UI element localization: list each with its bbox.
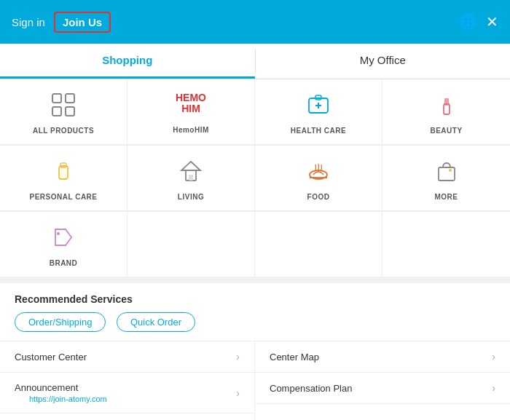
globe-icon[interactable]: 🌐 (459, 13, 477, 31)
faq-link[interactable]: FAQ › (0, 413, 255, 420)
svg-point-13 (61, 165, 66, 167)
svg-rect-1 (66, 94, 74, 103)
product-grid-row3: BRAND (0, 212, 510, 283)
empty-cell-1 (128, 212, 255, 277)
product-hemohim[interactable]: HEMOHIM HemoHIM (128, 79, 255, 145)
svg-rect-19 (439, 167, 455, 181)
all-products-icon (51, 92, 76, 121)
service-buttons: Order/Shipping Quick Order (15, 312, 495, 332)
header-left: Sign in Join Us (12, 12, 111, 33)
personal-care-label: PERSONAL CARE (30, 193, 98, 201)
chevron-icon-2: › (236, 387, 240, 399)
tab-shopping[interactable]: Shopping (0, 44, 255, 79)
food-icon (306, 159, 331, 187)
svg-rect-5 (315, 95, 321, 100)
personal-care-icon (51, 159, 76, 187)
links-right: Center Map › Compensation Plan › (255, 341, 510, 420)
health-care-label: HEALTH CARE (291, 127, 346, 135)
compensation-plan-link[interactable]: Compensation Plan › (255, 373, 510, 404)
order-shipping-button[interactable]: Order/Shipping (15, 312, 106, 332)
links-section: Customer Center › Announcement https://j… (0, 341, 510, 420)
close-icon[interactable]: ✕ (486, 13, 498, 31)
brand-icon (51, 225, 76, 253)
svg-rect-3 (66, 107, 74, 116)
svg-rect-2 (52, 107, 61, 116)
more-label: MORE (435, 193, 458, 201)
more-icon (434, 159, 459, 187)
hemohim-logo: HEMOHIM (176, 92, 206, 115)
product-personal-care[interactable]: PERSONAL CARE (0, 146, 128, 211)
all-products-label: ALL PRODUCTS (33, 127, 94, 135)
header: Sign in Join Us 🌐 ✕ (0, 0, 510, 44)
links-left: Customer Center › Announcement https://j… (0, 341, 255, 420)
svg-marker-14 (181, 162, 200, 170)
customer-center-link[interactable]: Customer Center › (0, 341, 255, 373)
hemohim-label: HemoHIM (173, 126, 209, 134)
product-living[interactable]: LIVING (128, 146, 255, 211)
beauty-label: BEAUTY (430, 127, 462, 135)
food-label: FOOD (307, 193, 330, 201)
sign-in-button[interactable]: Sign in (12, 16, 45, 28)
announcement-link[interactable]: Announcement https://join-atomy.com › (0, 373, 254, 413)
svg-point-20 (449, 169, 452, 172)
svg-rect-16 (189, 175, 193, 181)
living-label: LIVING (178, 193, 204, 201)
product-grid-row2: PERSONAL CARE LIVING FOOD (0, 146, 510, 212)
svg-rect-0 (52, 94, 61, 103)
chevron-icon-4: › (492, 351, 495, 362)
product-brand[interactable]: BRAND (0, 212, 128, 277)
product-all-products[interactable]: ALL PRODUCTS (0, 79, 128, 145)
product-health-care[interactable]: HEALTH CARE (255, 79, 382, 145)
quick-order-button[interactable]: Quick Order (117, 312, 195, 332)
product-grid-row1: ALL PRODUCTS HEMOHIM HemoHIM HEALTH CARE (0, 79, 510, 146)
svg-rect-8 (444, 104, 450, 114)
product-beauty[interactable]: BEAUTY (382, 79, 510, 145)
health-care-icon (306, 92, 331, 121)
living-icon (178, 159, 203, 187)
chevron-icon: › (236, 351, 240, 362)
hemohim-icon: HEMOHIM (176, 92, 206, 121)
recommended-services: Recommended Services Order/Shipping Quic… (0, 283, 510, 341)
header-right: 🌐 ✕ (459, 13, 498, 31)
tabs: Shopping My Office (0, 44, 510, 79)
brand-label: BRAND (50, 259, 78, 267)
product-more[interactable]: MORE (382, 146, 510, 211)
empty-cell-2 (255, 212, 382, 277)
chevron-icon-5: › (492, 382, 495, 394)
recommended-title: Recommended Services (15, 293, 495, 305)
center-map-link[interactable]: Center Map › (255, 341, 510, 373)
url-text: https://join-atomy.com (15, 395, 122, 403)
svg-point-21 (57, 232, 60, 235)
tab-my-office[interactable]: My Office (256, 44, 511, 79)
join-us-button[interactable]: Join Us (54, 12, 111, 33)
beauty-icon (434, 92, 459, 121)
product-food[interactable]: FOOD (255, 146, 382, 211)
empty-cell-3 (382, 212, 510, 277)
